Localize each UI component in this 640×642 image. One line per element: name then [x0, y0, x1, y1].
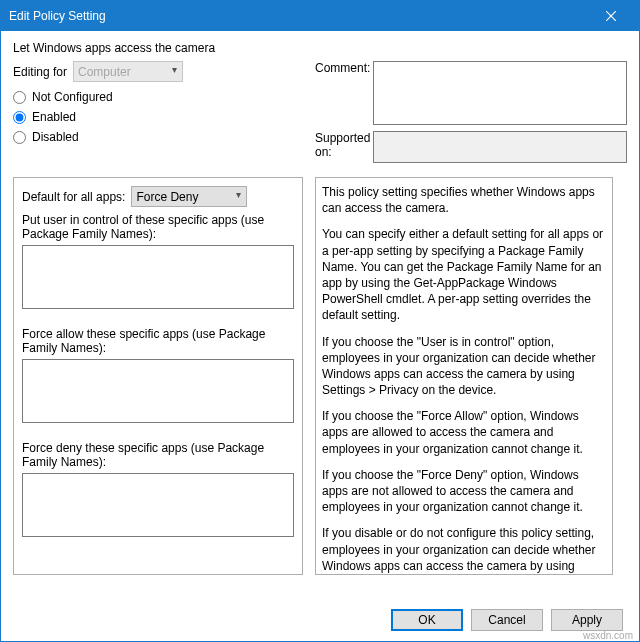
help-text: If you disable or do not configure this … [322, 525, 606, 575]
watermark: wsxdn.com [583, 630, 633, 641]
default-apps-select[interactable]: Force Deny [131, 186, 247, 207]
force-deny-listbox[interactable] [22, 473, 294, 537]
options-pane: Default for all apps: Force Deny Put use… [13, 177, 303, 575]
put-user-listbox[interactable] [22, 245, 294, 309]
help-text: If you choose the "Force Deny" option, W… [322, 467, 606, 516]
cancel-button[interactable]: Cancel [471, 609, 543, 631]
radio-enabled-input[interactable] [13, 111, 26, 124]
help-pane[interactable]: This policy setting specifies whether Wi… [315, 177, 613, 575]
help-text: If you choose the "User is in control" o… [322, 334, 606, 399]
state-radio-group: Not Configured Enabled Disabled [13, 90, 303, 144]
radio-enabled-label: Enabled [32, 110, 76, 124]
ok-button[interactable]: OK [391, 609, 463, 631]
radio-disabled[interactable]: Disabled [13, 130, 303, 144]
apply-button[interactable]: Apply [551, 609, 623, 631]
radio-disabled-input[interactable] [13, 131, 26, 144]
force-deny-label: Force deny these specific apps (use Pack… [22, 441, 294, 469]
help-text: If you choose the "Force Allow" option, … [322, 408, 606, 457]
radio-not-configured-label: Not Configured [32, 90, 113, 104]
help-text: This policy setting specifies whether Wi… [322, 184, 606, 216]
editing-for-row: Editing for Computer [13, 61, 303, 82]
editing-for-label: Editing for [13, 65, 67, 79]
radio-not-configured[interactable]: Not Configured [13, 90, 303, 104]
content-area: Let Windows apps access the camera Editi… [1, 31, 639, 575]
radio-enabled[interactable]: Enabled [13, 110, 303, 124]
editing-for-select[interactable]: Computer [73, 61, 183, 82]
window-title: Edit Policy Setting [9, 9, 591, 23]
default-apps-label: Default for all apps: [22, 190, 125, 204]
force-allow-label: Force allow these specific apps (use Pac… [22, 327, 294, 355]
supported-on-label: Supported on: [315, 131, 373, 159]
close-icon [606, 11, 616, 21]
force-allow-listbox[interactable] [22, 359, 294, 423]
comment-textarea[interactable] [373, 61, 627, 125]
dialog-buttons: OK Cancel Apply [391, 609, 623, 631]
titlebar: Edit Policy Setting [1, 1, 639, 31]
policy-name: Let Windows apps access the camera [13, 41, 627, 55]
radio-not-configured-input[interactable] [13, 91, 26, 104]
help-text: You can specify either a default setting… [322, 226, 606, 323]
close-button[interactable] [591, 1, 631, 31]
put-user-label: Put user in control of these specific ap… [22, 213, 294, 241]
radio-disabled-label: Disabled [32, 130, 79, 144]
comment-label: Comment: [315, 61, 373, 75]
supported-on-textarea [373, 131, 627, 163]
